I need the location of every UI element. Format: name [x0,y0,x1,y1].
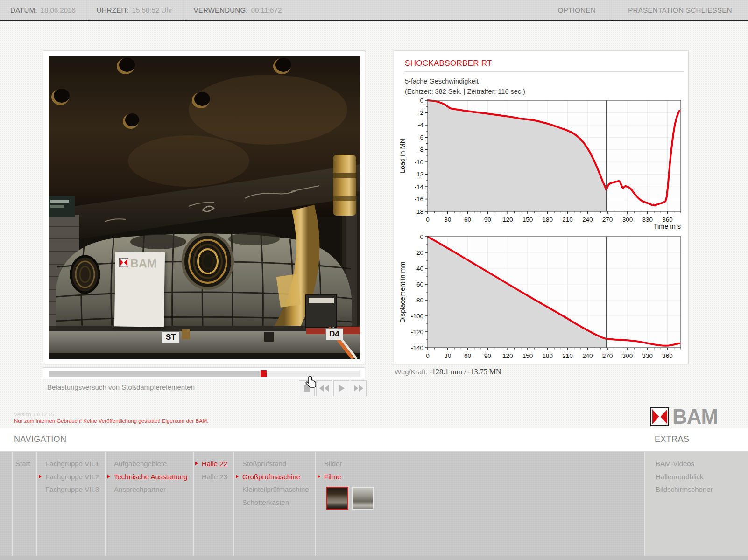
svg-text:180: 180 [542,352,553,359]
nav-item-label: Ansprechpartner [114,485,166,493]
bam-logo: BAM [650,406,718,427]
nav-item-label: Fachgruppe VII.2 [45,473,99,481]
nav-column-5: BilderFilme [315,452,644,560]
selection-arrow-icon [107,475,110,478]
svg-text:0: 0 [420,97,423,104]
bam-wordmark: BAM [672,406,718,427]
video-card: BAM ST D4 [43,50,365,364]
extras-item-label: BAM-Videos [656,460,694,468]
nav-item[interactable]: Fachgruppe VII.2 [37,470,105,483]
svg-text:120: 120 [502,216,513,223]
svg-text:30: 30 [444,352,451,359]
usage-field: VERWENDUNG: 00:11:672 [183,0,292,21]
date-label: DATUM: [10,6,37,14]
options-button[interactable]: OPTIONEN [542,0,613,21]
fast-forward-button[interactable] [351,380,367,396]
nav-item-label: Schotterkasten [242,498,289,506]
svg-text:0: 0 [426,216,430,223]
svg-text:-60: -60 [414,281,423,288]
play-button[interactable] [333,380,349,396]
svg-text:Load in MN: Load in MN [399,139,406,173]
nav-column-1: Fachgruppe VII.1Fachgruppe VII.2Fachgrup… [36,452,105,560]
nav-item[interactable]: Ansprechpartner [106,483,193,496]
date-field: DATUM: 18.06.2016 [0,0,86,21]
time-value: 15:50:52 Uhr [132,6,173,14]
svg-text:-14: -14 [414,183,423,190]
speed-subtitle: 5-fache Geschwindigkeit [405,77,479,85]
film-thumbnail-2[interactable] [352,487,374,510]
extras-item[interactable]: Hallenrundblick [645,470,748,483]
version-text: Version 1.8.12.15 [14,412,54,417]
video-caption: Belastungsversuch von Stoßdämpferelement… [47,383,195,391]
time-subtitle: (Echtzeit: 382 Sek. | Zeitraffer: 116 se… [405,88,525,95]
selection-arrow-icon [39,475,42,478]
svg-text:120: 120 [502,352,513,359]
time-label: UHRZEIT: [97,6,129,14]
nav-item[interactable]: Schotterkasten [234,496,315,509]
nav-column-4: StoßprüfstandGroßprüfmaschineKleinteilpr… [233,452,315,560]
nav-item-label: Halle 23 [202,473,227,481]
nav-item[interactable]: Stoßprüfstand [234,457,315,470]
nav-item[interactable]: Start [13,457,36,470]
nav-header-band: NAVIGATION EXTRAS [0,428,748,452]
svg-text:360: 360 [662,352,673,359]
nav-item[interactable]: Aufgabengebiete [106,457,193,470]
extras-item[interactable]: BAM-Videos [645,457,748,470]
nav-item[interactable]: Großprüfmaschine [234,470,315,483]
svg-text:150: 150 [522,216,533,223]
sign-bam-text: BAM [130,257,157,271]
svg-text:150: 150 [522,352,533,359]
nav-item-label: Großprüfmaschine [242,473,300,481]
nav-item[interactable]: Kleinteilprüfmaschine [234,483,315,496]
nav-item-label: Fachgruppe VII.3 [45,485,99,493]
fast-forward-icon [353,385,364,392]
time-field: UHRZEIT: 15:50:52 Uhr [86,0,183,21]
film-thumbnails [326,487,644,510]
svg-text:-20: -20 [414,249,423,256]
svg-text:-12: -12 [414,171,423,178]
rewind-button[interactable] [316,380,332,396]
nav-item-label: Start [15,460,30,468]
nav-item[interactable]: Fachgruppe VII.1 [37,457,105,470]
svg-text:-120: -120 [411,329,423,336]
selection-arrow-icon [236,475,239,478]
svg-text:90: 90 [484,216,491,223]
svg-text:300: 300 [622,216,633,223]
nav-item[interactable]: Bilder [316,457,644,470]
extras-item-label: Bildschirmschoner [656,485,713,493]
nav-item-label: Fachgruppe VII.1 [45,460,99,468]
panel-title: SHOCKABSORBER RT [405,59,492,68]
close-presentation-button[interactable]: PRÄSENTATION SCHLIESSEN [612,0,748,21]
film-thumbnail-1-selected[interactable] [326,487,348,510]
nav-item[interactable]: Technische Ausstattung [106,470,193,483]
extras-item[interactable]: Bildschirmschoner [645,483,748,496]
video-progress-panel [43,367,365,379]
svg-text:-6: -6 [418,134,423,141]
nav-item[interactable]: Halle 22 [194,457,233,470]
navigation-header: NAVIGATION [14,434,66,444]
svg-text:60: 60 [464,216,471,223]
specimen-label-st: ST [162,331,180,343]
svg-text:210: 210 [562,352,573,359]
nav-item[interactable]: Halle 23 [194,470,233,483]
extras-item-label: Hallenrundblick [656,473,704,481]
scrubber-played [49,371,263,377]
usage-value: 00:11:672 [251,6,282,14]
selection-arrow-icon [195,462,198,465]
svg-text:270: 270 [602,216,613,223]
bottom-strip [0,556,748,560]
selection-arrow-icon [318,475,320,478]
scrubber-handle[interactable] [261,370,267,377]
video-scene-illustration [49,56,360,359]
nav-item[interactable]: Fachgruppe VII.3 [37,483,105,496]
rewind-icon [319,385,329,392]
bam-sign: BAM [114,252,165,327]
nav-column-2: AufgabengebieteTechnische AusstattungAns… [105,452,193,560]
nav-column-0: Start [12,452,36,560]
nav-band: StartFachgruppe VII.1Fachgruppe VII.2Fac… [0,452,748,560]
svg-text:-100: -100 [411,313,423,320]
nav-item[interactable]: Filme [316,470,644,483]
top-bar: DATUM: 18.06.2016 UHRZEIT: 15:50:52 Uhr … [0,0,748,21]
chart-card: SHOCKABSORBER RT 5-fache Geschwindigkeit… [394,50,689,364]
specimen-label-d4: D4 [325,328,343,340]
